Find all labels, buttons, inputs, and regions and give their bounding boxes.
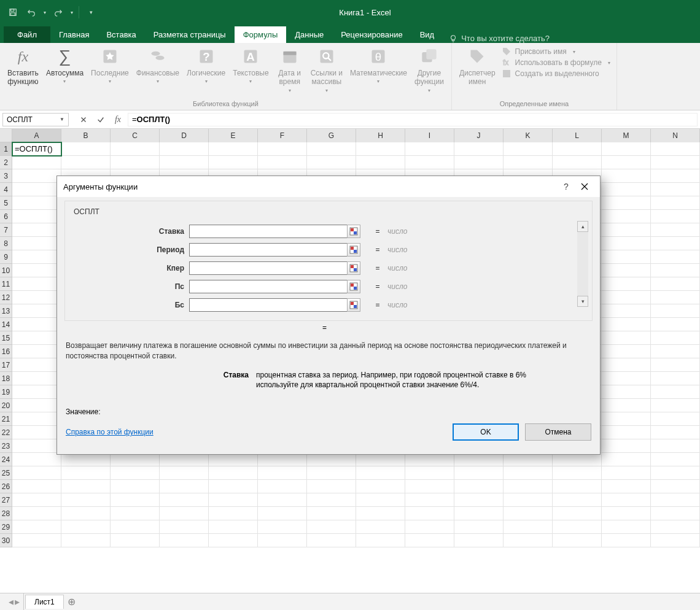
cell[interactable] — [356, 142, 405, 156]
cell[interactable] — [602, 169, 651, 183]
cell[interactable] — [209, 507, 258, 520]
cell[interactable] — [602, 345, 651, 358]
select-all-corner[interactable] — [0, 129, 12, 142]
cell[interactable] — [602, 250, 651, 264]
enter-formula-icon[interactable] — [93, 113, 108, 126]
name-manager-button[interactable]: Диспетчер имен — [456, 45, 499, 88]
sheet-tab[interactable]: Лист1 — [25, 595, 64, 609]
cell[interactable] — [651, 534, 700, 547]
formula-input[interactable]: =ОСПЛТ() — [128, 113, 698, 126]
row-header[interactable]: 5 — [0, 196, 12, 210]
row-header[interactable]: 18 — [0, 372, 12, 385]
cell[interactable] — [61, 142, 111, 156]
cell[interactable] — [651, 507, 700, 520]
cell[interactable] — [602, 439, 651, 453]
cell[interactable] — [209, 534, 258, 547]
undo-icon[interactable] — [23, 4, 39, 20]
cell[interactable] — [307, 534, 356, 547]
cell[interactable] — [602, 453, 651, 466]
cell[interactable] — [651, 493, 700, 507]
arg-input[interactable] — [189, 280, 348, 293]
cancel-button[interactable]: Отмена — [525, 423, 591, 441]
row-header[interactable]: 24 — [0, 453, 12, 466]
cell[interactable] — [356, 480, 405, 493]
cell[interactable] — [602, 507, 651, 520]
cell[interactable]: =ОСПЛТ() — [12, 142, 61, 156]
column-header[interactable]: C — [111, 129, 160, 142]
cell[interactable] — [12, 399, 61, 412]
cell[interactable] — [307, 156, 356, 169]
cell[interactable] — [12, 520, 61, 534]
cell[interactable] — [61, 466, 111, 480]
cell[interactable] — [307, 507, 356, 520]
column-header[interactable]: E — [209, 129, 258, 142]
create-from-selection-button[interactable]: Создать из выделенного — [502, 69, 610, 79]
cell[interactable] — [356, 520, 405, 534]
cell[interactable] — [12, 466, 61, 480]
tab-insert[interactable]: Вставка — [98, 26, 144, 43]
cell[interactable] — [454, 466, 504, 480]
cell[interactable] — [12, 250, 61, 264]
cell[interactable] — [12, 385, 61, 399]
cell[interactable] — [356, 534, 405, 547]
cell[interactable] — [258, 156, 307, 169]
tab-layout[interactable]: Разметка страницы — [145, 26, 235, 43]
redo-dropdown-icon[interactable]: ▾ — [69, 4, 75, 20]
recent-button[interactable]: Последние ▾ — [87, 45, 133, 86]
cell[interactable] — [651, 237, 700, 250]
column-header[interactable]: K — [504, 129, 553, 142]
row-header[interactable]: 23 — [0, 439, 12, 453]
cell[interactable] — [504, 520, 553, 534]
cell[interactable] — [651, 291, 700, 304]
cell[interactable] — [405, 156, 454, 169]
column-header[interactable]: B — [61, 129, 111, 142]
cell[interactable] — [405, 493, 454, 507]
redo-icon[interactable] — [50, 4, 66, 20]
cell[interactable] — [12, 534, 61, 547]
cell[interactable] — [602, 223, 651, 237]
cell[interactable] — [160, 453, 209, 466]
range-selector-icon[interactable] — [347, 243, 360, 257]
cell[interactable] — [651, 453, 700, 466]
cell[interactable] — [258, 453, 307, 466]
row-header[interactable]: 4 — [0, 183, 12, 196]
arg-input[interactable] — [189, 298, 348, 312]
tell-me-search[interactable]: Что вы хотите сделать? — [443, 34, 556, 43]
use-in-formula-button[interactable]: fxИспользовать в формуле▾ — [502, 58, 610, 68]
cell[interactable] — [405, 466, 454, 480]
column-header[interactable]: A — [12, 129, 61, 142]
row-header[interactable]: 8 — [0, 237, 12, 250]
cell[interactable] — [553, 156, 602, 169]
cell[interactable] — [454, 453, 504, 466]
cell[interactable] — [12, 304, 61, 318]
column-header[interactable]: D — [160, 129, 209, 142]
cell[interactable] — [12, 169, 61, 183]
text-button[interactable]: A Текстовые ▾ — [229, 45, 272, 86]
cancel-formula-icon[interactable] — [76, 113, 91, 126]
cell[interactable] — [258, 466, 307, 480]
cell[interactable] — [454, 156, 504, 169]
column-header[interactable]: L — [553, 129, 602, 142]
name-box[interactable]: ОСПЛТ ▼ — [2, 113, 69, 126]
financial-button[interactable]: Финансовые ▾ — [133, 45, 183, 86]
cell[interactable] — [160, 493, 209, 507]
cell[interactable] — [651, 345, 700, 358]
cell[interactable] — [356, 493, 405, 507]
row-header[interactable]: 30 — [0, 534, 12, 547]
cell[interactable] — [651, 277, 700, 291]
cell[interactable] — [12, 277, 61, 291]
sheet-nav[interactable]: ◂▸ — [5, 593, 24, 610]
cell[interactable] — [209, 480, 258, 493]
cell[interactable] — [307, 142, 356, 156]
cell[interactable] — [553, 520, 602, 534]
cell[interactable] — [12, 264, 61, 277]
datetime-button[interactable]: Дата и время ▾ — [273, 45, 307, 95]
cell[interactable] — [651, 399, 700, 412]
row-header[interactable]: 22 — [0, 426, 12, 439]
cell[interactable] — [258, 534, 307, 547]
cell[interactable] — [553, 466, 602, 480]
cell[interactable] — [356, 507, 405, 520]
cell[interactable] — [160, 507, 209, 520]
cell[interactable] — [602, 277, 651, 291]
cell[interactable] — [160, 156, 209, 169]
